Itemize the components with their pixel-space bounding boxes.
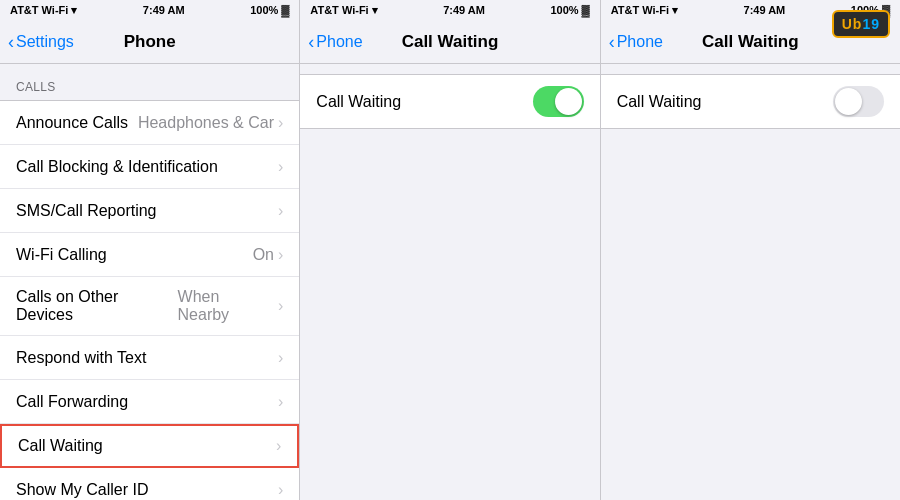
battery-label-1: 100%	[250, 4, 278, 16]
show-caller-id-label: Show My Caller ID	[16, 481, 148, 499]
carrier-label-2: AT&T Wi-Fi	[310, 4, 368, 16]
wifi-icon-1: ▾	[71, 4, 77, 17]
back-chevron-3: ‹	[609, 33, 615, 51]
list-item-sms-reporting[interactable]: SMS/Call Reporting ›	[0, 189, 299, 233]
wifi-calling-chevron: ›	[278, 246, 283, 264]
call-waiting-list-3: Call Waiting	[601, 74, 900, 129]
carrier-label-1: AT&T Wi-Fi	[10, 4, 68, 16]
back-label-1[interactable]: Settings	[16, 33, 74, 51]
watermark-num: 19	[862, 16, 880, 32]
spacer-p3	[601, 64, 900, 74]
call-blocking-chevron: ›	[278, 158, 283, 176]
list-item-announce-calls[interactable]: Announce Calls Headphones & Car ›	[0, 101, 299, 145]
panel-2-content: Call Waiting	[300, 64, 599, 500]
calls-other-devices-label: Calls on Other Devices	[16, 288, 178, 324]
nav-bar-1: ‹ Settings Phone	[0, 20, 299, 64]
battery-icon-1: ▓	[281, 4, 289, 16]
call-waiting-chevron: ›	[276, 437, 281, 455]
list-item-call-blocking[interactable]: Call Blocking & Identification ›	[0, 145, 299, 189]
watermark: Ub19	[832, 10, 890, 38]
wifi-icon-3: ▾	[672, 4, 678, 17]
list-item-show-caller-id[interactable]: Show My Caller ID ›	[0, 468, 299, 500]
sms-reporting-right: ›	[278, 202, 283, 220]
back-chevron-1: ‹	[8, 33, 14, 51]
wifi-calling-right: On ›	[253, 246, 284, 264]
calls-other-devices-value: When Nearby	[178, 288, 274, 324]
list-item-call-waiting[interactable]: Call Waiting ›	[0, 424, 299, 468]
back-button-1[interactable]: ‹ Settings	[8, 33, 74, 51]
list-item-calls-other-devices[interactable]: Calls on Other Devices When Nearby ›	[0, 277, 299, 336]
wifi-calling-value: On	[253, 246, 274, 264]
sms-reporting-label: SMS/Call Reporting	[16, 202, 157, 220]
back-button-2[interactable]: ‹ Phone	[308, 33, 362, 51]
panel-3-content: Call Waiting	[601, 64, 900, 500]
call-waiting-label-3: Call Waiting	[617, 93, 702, 111]
announce-calls-value: Headphones & Car	[138, 114, 274, 132]
calls-section-header: CALLS	[0, 64, 299, 100]
call-forwarding-right: ›	[278, 393, 283, 411]
panel-3-wrapper: AT&T Wi-Fi ▾ 7:49 AM 100% ▓ ‹ Phone Call…	[601, 0, 900, 500]
back-button-3[interactable]: ‹ Phone	[609, 33, 663, 51]
panel-1-content: CALLS Announce Calls Headphones & Car › …	[0, 64, 299, 500]
calls-other-devices-right: When Nearby ›	[178, 288, 284, 324]
call-waiting-toggle-knob-3	[835, 88, 862, 115]
list-item-call-forwarding[interactable]: Call Forwarding ›	[0, 380, 299, 424]
status-bar-1: AT&T Wi-Fi ▾ 7:49 AM 100% ▓	[0, 0, 299, 20]
wifi-icon-2: ▾	[372, 4, 378, 17]
list-item-call-waiting-3[interactable]: Call Waiting	[601, 75, 900, 128]
list-item-wifi-calling[interactable]: Wi-Fi Calling On ›	[0, 233, 299, 277]
call-waiting-toggle-2[interactable]	[533, 86, 584, 117]
battery-icon-2: ▓	[582, 4, 590, 16]
back-chevron-2: ‹	[308, 33, 314, 51]
calls-list: Announce Calls Headphones & Car › Call B…	[0, 100, 299, 500]
call-waiting-toggle-knob-2	[555, 88, 582, 115]
call-waiting-right: ›	[276, 437, 281, 455]
watermark-u: U	[842, 16, 853, 32]
list-item-call-waiting-2[interactable]: Call Waiting	[300, 75, 599, 128]
carrier-label-3: AT&T Wi-Fi	[611, 4, 669, 16]
call-waiting-toggle-3[interactable]	[833, 86, 884, 117]
call-forwarding-label: Call Forwarding	[16, 393, 128, 411]
time-3: 7:49 AM	[744, 4, 786, 16]
announce-calls-label: Announce Calls	[16, 114, 128, 132]
nav-title-3: Call Waiting	[702, 32, 799, 52]
respond-text-chevron: ›	[278, 349, 283, 367]
nav-title-2: Call Waiting	[402, 32, 499, 52]
time-1: 7:49 AM	[143, 4, 185, 16]
respond-text-right: ›	[278, 349, 283, 367]
list-item-respond-text[interactable]: Respond with Text ›	[0, 336, 299, 380]
calls-other-devices-chevron: ›	[278, 297, 283, 315]
watermark-b: b	[853, 16, 863, 32]
status-bar-2: AT&T Wi-Fi ▾ 7:49 AM 100% ▓	[300, 0, 599, 20]
sms-reporting-chevron: ›	[278, 202, 283, 220]
call-blocking-right: ›	[278, 158, 283, 176]
panel-1: AT&T Wi-Fi ▾ 7:49 AM 100% ▓ ‹ Settings P…	[0, 0, 300, 500]
call-waiting-list-2: Call Waiting	[300, 74, 599, 129]
wifi-calling-label: Wi-Fi Calling	[16, 246, 107, 264]
call-blocking-label: Call Blocking & Identification	[16, 158, 218, 176]
back-label-3[interactable]: Phone	[617, 33, 663, 51]
panel-2: AT&T Wi-Fi ▾ 7:49 AM 100% ▓ ‹ Phone Call…	[300, 0, 600, 500]
announce-calls-chevron: ›	[278, 114, 283, 132]
respond-text-label: Respond with Text	[16, 349, 146, 367]
nav-title-1: Phone	[124, 32, 176, 52]
call-waiting-label: Call Waiting	[18, 437, 103, 455]
announce-calls-right: Headphones & Car ›	[138, 114, 283, 132]
nav-bar-2: ‹ Phone Call Waiting	[300, 20, 599, 64]
show-caller-id-right: ›	[278, 481, 283, 499]
call-forwarding-chevron: ›	[278, 393, 283, 411]
call-waiting-label-2: Call Waiting	[316, 93, 401, 111]
spacer-p2	[300, 64, 599, 74]
battery-label-2: 100%	[550, 4, 578, 16]
show-caller-id-chevron: ›	[278, 481, 283, 499]
back-label-2[interactable]: Phone	[316, 33, 362, 51]
time-2: 7:49 AM	[443, 4, 485, 16]
